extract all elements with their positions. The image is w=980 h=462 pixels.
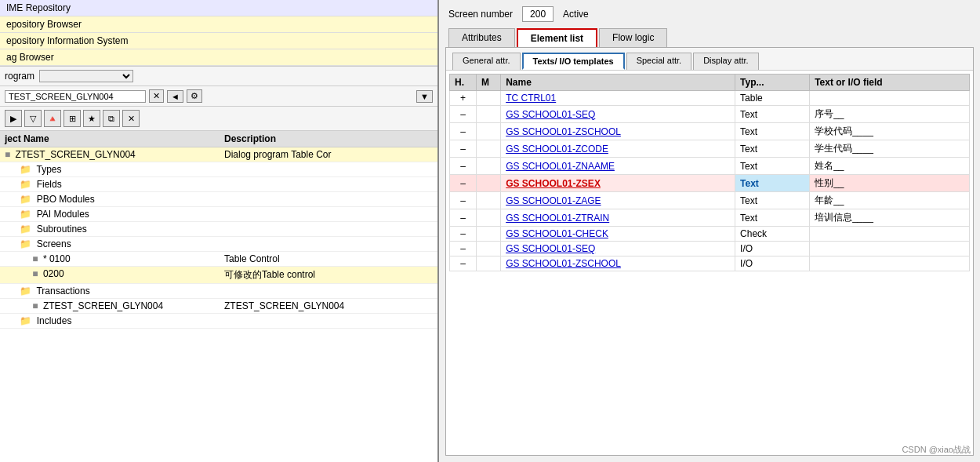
th-name: Name bbox=[501, 75, 735, 91]
cell-name[interactable]: GS SCHOOL01-ZSCHOOL bbox=[501, 123, 735, 140]
file-icon: ■ bbox=[32, 253, 38, 264]
name-link[interactable]: GS SCHOOL01-SEQ bbox=[506, 109, 595, 120]
cell-text: 序号__ bbox=[810, 106, 970, 123]
left-menu-bar: IME Repository epository Browser eposito… bbox=[0, 0, 437, 67]
name-link[interactable]: GS SCHOOL01-ZSCHOOL bbox=[506, 126, 621, 137]
menu-item-repo-info[interactable]: epository Information System bbox=[0, 33, 437, 49]
element-table: H. M Name Typ... Text or I/O field +TC C… bbox=[449, 74, 970, 271]
file-icon: ■ bbox=[32, 268, 38, 279]
cell-m bbox=[476, 256, 500, 271]
cell-name[interactable]: GS SCHOOL01-ZAGE bbox=[501, 192, 735, 209]
close-btn[interactable]: ✕ bbox=[149, 89, 164, 103]
tree-item-label: Types bbox=[36, 164, 61, 175]
itab-texts-io[interactable]: Texts/ I/O templates bbox=[522, 53, 625, 70]
cell-name[interactable]: GS SCHOOL01-SEQ bbox=[501, 106, 735, 123]
tree-cell-name: 📁 Fields bbox=[3, 178, 223, 191]
tree-cell-name: 📁 Subroutines bbox=[3, 223, 223, 235]
tab-flow-logic[interactable]: Flow logic bbox=[599, 28, 667, 47]
tree-row-transactions[interactable]: 📁 Transactions bbox=[0, 284, 437, 299]
name-link[interactable]: GS SCHOOL01-ZTRAIN bbox=[506, 213, 609, 224]
cell-name[interactable]: GS SCHOOL01-SEQ bbox=[501, 242, 735, 256]
delete-btn[interactable]: ✕ bbox=[122, 110, 140, 127]
name-link[interactable]: GS SCHOOL01-ZNAAME bbox=[506, 161, 615, 172]
screen-name-input[interactable] bbox=[5, 90, 146, 103]
cell-name[interactable]: GS SCHOOL01-ZCODE bbox=[501, 140, 735, 158]
tree-row-fields[interactable]: 📁 Fields bbox=[0, 177, 437, 192]
cell-type: I/O bbox=[735, 256, 810, 271]
cell-text: 性别__ bbox=[810, 175, 970, 192]
folder-icon: 📁 bbox=[20, 164, 31, 175]
menu-item-diag[interactable]: ag Browser bbox=[0, 49, 437, 66]
itab-special[interactable]: Special attr. bbox=[626, 53, 691, 70]
tree-row-0200[interactable]: ■ 0200 可修改的Table control bbox=[0, 267, 437, 284]
tree-row-includes[interactable]: 📁 Includes bbox=[0, 314, 437, 329]
cell-name[interactable]: GS SCHOOL01-CHECK bbox=[501, 227, 735, 242]
cell-type: Text bbox=[735, 209, 810, 227]
cell-h: – bbox=[450, 140, 477, 158]
cell-h: – bbox=[450, 123, 477, 140]
file-icon: ■ bbox=[32, 300, 38, 311]
cell-text: 姓名__ bbox=[810, 158, 970, 175]
tree-row-subroutines[interactable]: 📁 Subroutines bbox=[0, 222, 437, 237]
cell-name[interactable]: GS SCHOOL01-ZNAAME bbox=[501, 158, 735, 175]
cell-text bbox=[810, 91, 970, 106]
name-link[interactable]: GS SCHOOL01-CHECK bbox=[506, 228, 608, 239]
star-btn[interactable]: ★ bbox=[83, 110, 100, 127]
cell-name[interactable]: GS SCHOOL01-ZTRAIN bbox=[501, 209, 735, 227]
tree-row-pbo[interactable]: 📁 PBO Modules bbox=[0, 192, 437, 207]
tree-cell-desc bbox=[223, 223, 434, 235]
object-tree: ject Name Description ■ ZTEST_SCREEN_GLY… bbox=[0, 131, 437, 462]
right-panel: Screen number 200 Active Attributes Elem… bbox=[439, 0, 980, 462]
tree-cell-desc bbox=[223, 163, 434, 176]
name-link-red[interactable]: GS SCHOOL01-ZSEX bbox=[506, 178, 601, 189]
filter2-btn[interactable]: 🔺 bbox=[44, 110, 61, 127]
cell-type: Table bbox=[735, 91, 810, 106]
tree-row-root[interactable]: ■ ZTEST_SCREEN_GLYN004 Dialog program Ta… bbox=[0, 147, 437, 162]
tree-item-label: Includes bbox=[37, 315, 72, 326]
forward-btn[interactable]: ▶ bbox=[5, 110, 22, 127]
tree-row-0100[interactable]: ■ * 0100 Table Control bbox=[0, 252, 437, 267]
program-select[interactable] bbox=[39, 70, 133, 82]
name-link[interactable]: GS SCHOOL01-SEQ bbox=[506, 243, 595, 254]
file-icon: ■ bbox=[5, 149, 10, 160]
tree-row-screens[interactable]: 📁 Screens bbox=[0, 237, 437, 252]
cell-name[interactable]: TC CTRL01 bbox=[501, 91, 735, 106]
name-link[interactable]: GS SCHOOL01-ZAGE bbox=[506, 195, 601, 206]
cell-name[interactable]: GS SCHOOL01-ZSEX bbox=[501, 175, 735, 192]
tree-cell-name: 📁 PAI Modules bbox=[3, 208, 223, 220]
menu-item-repo-browser[interactable]: epository Browser bbox=[0, 16, 437, 33]
menu-item-ime[interactable]: IME Repository bbox=[0, 0, 437, 16]
left-toolbar: ▶ ▽ 🔺 ⊞ ★ ⧉ ✕ bbox=[0, 107, 437, 131]
name-link[interactable]: GS SCHOOL01-ZCODE bbox=[506, 144, 608, 155]
cell-name[interactable]: GS SCHOOL01-ZSCHOOL bbox=[501, 256, 735, 271]
cell-h: – bbox=[450, 227, 477, 242]
table-row: –GS SCHOOL01-ZSCHOOLI/O bbox=[450, 256, 970, 271]
name-link[interactable]: TC CTRL01 bbox=[506, 93, 556, 104]
cell-h: – bbox=[450, 256, 477, 271]
tree-row-pai[interactable]: 📁 PAI Modules bbox=[0, 207, 437, 222]
tree-cell-desc bbox=[223, 193, 434, 206]
tree-cell-desc: 可修改的Table control bbox=[223, 267, 434, 282]
folder-icon: 📁 bbox=[20, 238, 31, 249]
tab-attributes[interactable]: Attributes bbox=[448, 28, 515, 47]
expand-btn[interactable]: ⊞ bbox=[64, 110, 81, 127]
nav-right-btn[interactable]: ⚙ bbox=[187, 89, 202, 103]
cell-m bbox=[476, 227, 500, 242]
right-header: Screen number 200 Active bbox=[439, 0, 980, 25]
tree-row-types[interactable]: 📁 Types bbox=[0, 162, 437, 177]
filter-btn[interactable]: ▽ bbox=[24, 110, 42, 127]
itab-display[interactable]: Display attr. bbox=[693, 53, 758, 70]
cell-h: – bbox=[450, 158, 477, 175]
screen-number-value: 200 bbox=[522, 6, 554, 22]
cell-text bbox=[810, 256, 970, 271]
scroll-down-btn[interactable]: ▼ bbox=[416, 90, 433, 103]
watermark: CSDN @xiao战战 bbox=[902, 444, 971, 456]
copy-btn[interactable]: ⧉ bbox=[103, 110, 120, 127]
tab-element-list[interactable]: Element list bbox=[517, 28, 597, 47]
tree-row-ztest[interactable]: ■ ZTEST_SCREEN_GLYN004 ZTEST_SCREEN_GLYN… bbox=[0, 299, 437, 314]
itab-general[interactable]: General attr. bbox=[452, 53, 521, 70]
cell-type: Text bbox=[735, 175, 810, 192]
nav-left-btn[interactable]: ◄ bbox=[167, 90, 183, 103]
name-link[interactable]: GS SCHOOL01-ZSCHOOL bbox=[506, 258, 621, 269]
tree-item-label: ZTEST_SCREEN_GLYN004 bbox=[16, 149, 136, 160]
